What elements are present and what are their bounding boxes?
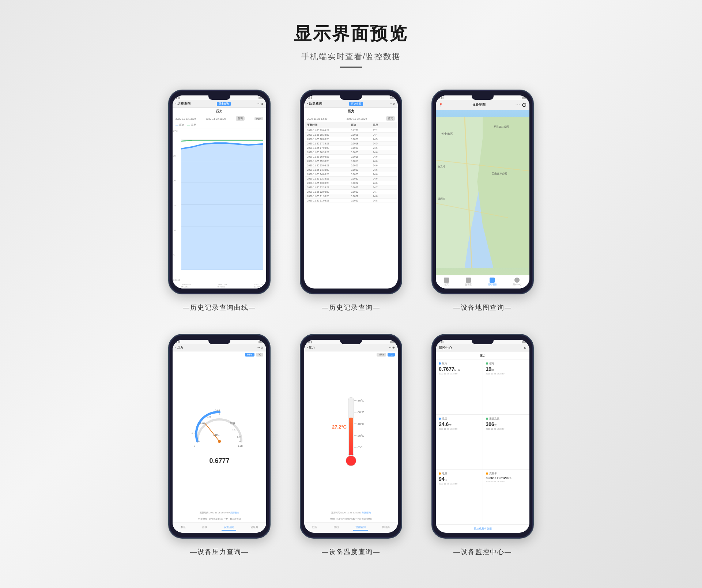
battery-2: ▓▓▓ [390, 97, 395, 99]
temp-cell-label: 温度 [442, 417, 447, 421]
map-icons: ··· ⊙ [515, 101, 526, 108]
thermo-tab-pressure[interactable]: 数压 [310, 525, 320, 531]
table-header: 更新时间 压力 温度 [304, 122, 398, 128]
count-unit: 次 [494, 424, 497, 426]
chart-area: 27.2 25 20 15 10 5 0.0016 [173, 128, 266, 289]
svg-text:0.16: 0.16 [192, 432, 196, 434]
y-label-2: 25 [173, 155, 180, 157]
page-title: 显示界面预览 [294, 22, 408, 45]
history-view-btn-2[interactable]: 历史查看 [349, 102, 363, 106]
pdf-btn[interactable]: PDF [254, 117, 263, 120]
monitor-header: 温控中心 ··· ⊙ [436, 344, 529, 352]
phone-notch [208, 95, 230, 100]
thermo-back[interactable]: ‹ 压力 [307, 346, 315, 350]
gauge-value: 0.6777 [209, 457, 229, 464]
table-row: 2020-11-25 16:38:590.002024.6 [304, 150, 398, 155]
tab-classic[interactable]: 切经典 [248, 525, 260, 531]
monitor-screen: ▐▐▐ 12:00 ▓▓▓ 温控中心 ··· ⊙ 压力 压力 [436, 340, 529, 533]
phones-grid: ▐▐▐ 12:00 ▓▓▓ ‹ 历史查询 历史查询 ··· ⊙ 压力 2020-… [165, 90, 537, 556]
table-row: 2020-11-25 18:08:590.002024.5 [304, 137, 398, 142]
phone-thermo: ▐▐▐ 12:00 ▓▓▓ ‹ 压力 ··· ⊙ MPa ℃ [300, 334, 402, 539]
battery-cell-label: 电量 [442, 472, 447, 475]
table-row: 2020-11-25 13:38:590.003024.6 [304, 177, 398, 181]
y-label-7: 0.0016 [173, 279, 180, 281]
svg-text:0.96: 0.96 [230, 422, 235, 424]
col-time: 更新时间 [307, 123, 351, 127]
signal-time: 2020-11-25 19:38:59 [486, 373, 527, 375]
signal: ▐▐▐ [176, 97, 180, 99]
table-row: 2020-11-25 15:38:590.001824.6 [304, 159, 398, 163]
query-btn[interactable]: 查询 [236, 116, 245, 121]
table-row: 2020-11-25 17:38:590.001824.5 [304, 142, 398, 146]
phone-wrapper-monitor: ▐▐▐ 12:00 ▓▓▓ 温控中心 ··· ⊙ 压力 压力 [428, 334, 537, 556]
svg-text:0: 0 [194, 445, 195, 447]
mpa-btn[interactable]: MPa [245, 353, 254, 357]
thermo-tab-classic[interactable]: 切经典 [380, 525, 392, 531]
nav-user[interactable]: 用户中心 [513, 278, 521, 286]
history-view-btn[interactable]: 历史查询 [217, 102, 231, 106]
svg-text:1.12: 1.12 [232, 429, 237, 431]
signal-dot [486, 362, 488, 365]
thermo-tab-settings[interactable]: 设置区间 [353, 525, 368, 531]
table-row: 2020-11-25 15:08:590.000624.6 [304, 163, 398, 168]
map-header: 📍 设备地图 ··· ⊙ [436, 100, 529, 110]
gauge-status: 电量94% | 信号强度3%db 一档 | 数采次数M [173, 516, 266, 522]
thermo-tab-curve[interactable]: 曲线 [332, 525, 341, 531]
thermo-celsius-btn[interactable]: ℃ [388, 353, 395, 357]
date-start: 2020-11-23 13:20 [176, 117, 196, 120]
gauge-back[interactable]: ‹ 压力 [176, 346, 183, 350]
sim-time: 2020-11-25 19:38:59 [486, 480, 527, 483]
gauge-value-area: 0.6777 [209, 457, 229, 465]
thermo-refresh[interactable]: 刷新查询 [362, 512, 371, 514]
pressure-cell-value: 0.7677MPa [439, 366, 480, 372]
nav-map[interactable]: 活动地图 [488, 278, 497, 286]
tab-curve[interactable]: 曲线 [200, 525, 210, 531]
count-dot [486, 418, 488, 420]
cell-temp-title: 温度 [439, 417, 480, 421]
y-label-4: 15 [173, 204, 180, 207]
gauge-container: 0 0.32 0.64 0.96 1.28 MPa [173, 358, 266, 510]
thermo-mpa-btn[interactable]: MPa [377, 353, 386, 357]
svg-text:1.44: 1.44 [237, 436, 241, 438]
pressure-legend-icon [176, 125, 178, 125]
phone-label-map: —设备地图查询— [453, 303, 512, 312]
phone-wrapper-gauge: ▐▐▐ 12:00 ▓▓▓ ‹ 压力 ··· ⊙ MPa ℃ [165, 334, 274, 556]
pressure-dot [439, 362, 441, 365]
col-pressure: 压力 [351, 123, 373, 127]
count-time: 2020-11-25 19:38:59 [486, 428, 527, 430]
phone-screen-4: ▐▐▐ 12:00 ▓▓▓ ‹ 压力 ··· ⊙ MPa ℃ [173, 340, 266, 533]
table-row: 2020-11-25 18:38:590.000624.4 [304, 133, 398, 137]
celsius-btn[interactable]: ℃ [256, 353, 263, 357]
nav-home-label: 首页 [444, 283, 449, 286]
svg-text:长安街区: 长安街区 [441, 132, 453, 136]
nav-user-label: 用户中心 [513, 283, 521, 286]
battery-dot [439, 472, 441, 475]
thermo-status: 电量94% | 信号强度3%db 一档 | 数采次数M [304, 516, 398, 522]
ht-back[interactable]: ‹ 历史查询 [307, 101, 322, 106]
y-label-5: 10 [173, 229, 180, 231]
tab-settings[interactable]: 设置区间 [222, 525, 236, 531]
alert-icon [466, 278, 471, 283]
count-cell-label: 采值次数 [489, 417, 499, 421]
pressure-unit: MPa [454, 369, 460, 371]
phone-wrapper-thermo: ▐▐▐ 12:00 ▓▓▓ ‹ 压力 ··· ⊙ MPa ℃ [296, 334, 406, 556]
svg-text:40°C: 40°C [358, 422, 364, 426]
temp-time: 2020-11-25 19:38:59 [439, 428, 480, 430]
phone-notch-5 [340, 340, 362, 344]
ht-query-btn[interactable]: 查询 [386, 116, 395, 121]
battery-cell-value: 94% [439, 476, 480, 482]
phone-notch-6 [472, 340, 494, 344]
phone-label-monitor: —设备监控中心— [453, 547, 512, 556]
phone-screen-2: ▐▐▐ 12:00 ▓▓▓ ‹ 历史查询 历史查看 ··· ⊙ 压力 2020-… [304, 95, 398, 289]
back-arrow[interactable]: ‹ 历史查询 [176, 101, 191, 106]
gauge-screen: ▐▐▐ 12:00 ▓▓▓ ‹ 压力 ··· ⊙ MPa ℃ [173, 340, 266, 533]
sim-cell-label: 流量卡 [489, 472, 497, 475]
tab-pressure[interactable]: 数压 [178, 525, 188, 531]
date-end: 2020-11-25 19:20 [205, 117, 226, 120]
nav-home[interactable]: 首页 [444, 278, 449, 286]
signal-4: ▐▐▐ [176, 341, 180, 343]
thermo-update-time: 更新时间:2020-11-25 19:09:59 刷新查询 [304, 510, 398, 516]
pressure-title: 压力 [173, 108, 266, 115]
nav-alert[interactable]: 告警查 [465, 278, 472, 286]
refresh-link[interactable]: 刷新查询 [230, 512, 239, 514]
